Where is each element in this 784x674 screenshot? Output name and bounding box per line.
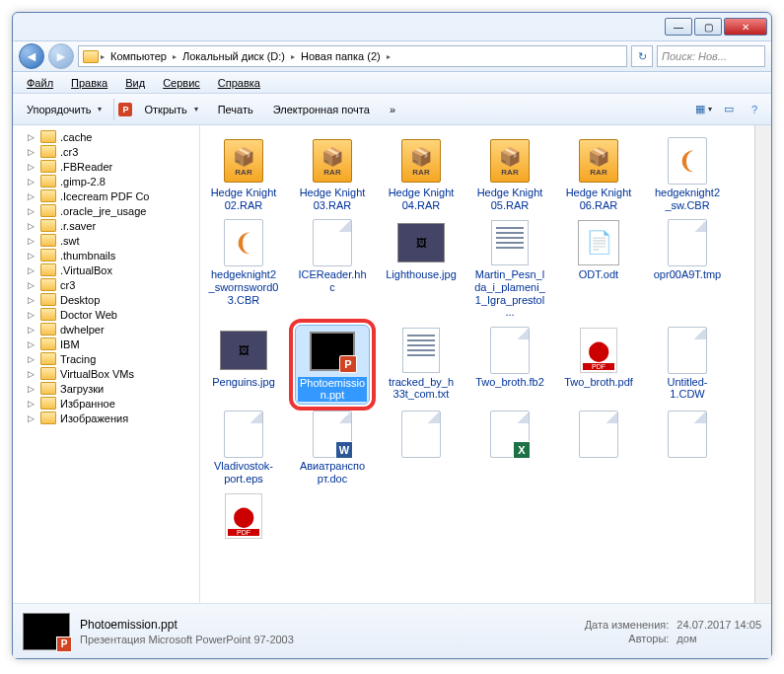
file-item[interactable]: opr00A9T.tmp xyxy=(650,217,725,321)
tree-item[interactable]: ▷.Icecream PDF Co xyxy=(13,188,199,203)
tree-item[interactable]: ▷Desktop xyxy=(13,292,199,307)
details-modified-label: Дата изменения: xyxy=(585,619,670,631)
file-item[interactable]: Hedge Knight 03.RAR xyxy=(295,135,370,213)
tree-item[interactable]: ▷.oracle_jre_usage xyxy=(13,203,199,218)
file-item[interactable]: Hedge Knight 04.RAR xyxy=(384,135,459,213)
more-button[interactable]: » xyxy=(382,101,403,118)
breadcrumb-item[interactable]: Новая папка (2) xyxy=(297,50,385,62)
file-item[interactable]: Martin_Pesn_lda_i_plameni_1_Igra_prestol… xyxy=(472,217,547,321)
maximize-button[interactable]: ▢ xyxy=(694,18,722,36)
file-item[interactable] xyxy=(472,409,547,487)
expand-icon[interactable]: ▷ xyxy=(27,206,36,215)
expand-icon[interactable]: ▷ xyxy=(27,384,36,393)
file-item[interactable]: ❨hedgeknight2_sw.CBR xyxy=(650,135,725,213)
breadcrumb-item[interactable]: Локальный диск (D:) xyxy=(178,50,289,62)
tree-item[interactable]: ▷.swt xyxy=(13,233,199,248)
forward-button[interactable]: ► xyxy=(48,43,74,69)
file-item[interactable] xyxy=(384,409,459,487)
expand-icon[interactable]: ▷ xyxy=(27,132,36,141)
expand-icon[interactable]: ▷ xyxy=(27,310,36,319)
file-item[interactable]: ⬤ xyxy=(206,490,281,544)
menu-tools[interactable]: Сервис xyxy=(155,75,208,91)
file-item[interactable]: 🖼Penguins.jpg xyxy=(206,325,281,405)
file-item[interactable]: ICEReader.hhc xyxy=(295,217,370,321)
file-list[interactable]: Hedge Knight 02.RARHedge Knight 03.RARHe… xyxy=(200,125,754,603)
file-item[interactable]: Hedge Knight 05.RAR xyxy=(472,135,547,213)
menu-help[interactable]: Справка xyxy=(210,75,268,91)
expand-icon[interactable]: ▷ xyxy=(27,354,36,363)
menu-edit[interactable]: Правка xyxy=(63,75,115,91)
folder-tree[interactable]: ▷.cache▷.cr3▷.FBReader▷.gimp-2.8▷.Icecre… xyxy=(13,125,200,603)
expand-icon[interactable]: ▷ xyxy=(27,191,36,200)
tree-item[interactable]: ▷IBM xyxy=(13,337,199,351)
file-item[interactable]: 🖼Lighthouse.jpg xyxy=(384,217,459,321)
menu-view[interactable]: Вид xyxy=(117,75,153,91)
menu-file[interactable]: Файл xyxy=(19,75,61,91)
details-filetype: Презентация Microsoft PowerPoint 97-2003 xyxy=(80,634,294,645)
tree-item[interactable]: ▷dwhelper xyxy=(13,322,199,337)
tree-item[interactable]: ▷Изображения xyxy=(13,411,199,425)
breadcrumb[interactable]: ▸ Компьютер ▸ Локальный диск (D:) ▸ Нова… xyxy=(78,45,627,67)
expand-icon[interactable]: ▷ xyxy=(27,236,36,245)
tree-item[interactable]: ▷.thumbnails xyxy=(13,248,199,262)
file-item[interactable]: 📄ODT.odt xyxy=(561,217,636,321)
file-item[interactable]: ❨hedgeknight2_swornsword03.CBR xyxy=(206,217,281,321)
tree-item-label: dwhelper xyxy=(60,324,105,336)
email-button[interactable]: Электронная почта xyxy=(265,101,378,118)
expand-icon[interactable]: ▷ xyxy=(27,251,36,260)
file-rar-icon xyxy=(486,137,534,185)
file-item[interactable]: Photoemission.ppt xyxy=(295,325,370,405)
tree-item[interactable]: ▷Doctor Web xyxy=(13,307,199,322)
minimize-button[interactable]: — xyxy=(665,18,692,36)
tree-item[interactable]: ▷Избранное xyxy=(13,396,199,411)
file-label: Авиатранспорт.doc xyxy=(297,460,368,485)
expand-icon[interactable]: ▷ xyxy=(27,162,36,171)
expand-icon[interactable]: ▷ xyxy=(27,147,36,156)
scrollbar[interactable] xyxy=(754,125,771,603)
tree-item[interactable]: ▷VirtualBox VMs xyxy=(13,366,199,381)
tree-item[interactable]: ▷Загрузки xyxy=(13,381,199,396)
tree-item[interactable]: ▷.cr3 xyxy=(13,144,199,159)
search-input[interactable]: Поиск: Нов... xyxy=(657,45,765,67)
folder-icon xyxy=(40,263,56,276)
tree-item[interactable]: ▷.cache xyxy=(13,129,199,144)
expand-icon[interactable]: ▷ xyxy=(27,295,36,304)
print-button[interactable]: Печать xyxy=(210,101,261,118)
close-button[interactable]: ✕ xyxy=(724,18,767,36)
expand-icon[interactable]: ▷ xyxy=(27,265,36,274)
back-button[interactable]: ◄ xyxy=(19,43,44,69)
tree-item[interactable]: ▷.gimp-2.8 xyxy=(13,174,199,188)
file-item[interactable]: Hedge Knight 06.RAR xyxy=(561,135,636,213)
expand-icon[interactable]: ▷ xyxy=(27,369,36,378)
file-item[interactable]: ⬤Two_broth.pdf xyxy=(561,325,636,405)
preview-pane-button[interactable]: ▭ xyxy=(718,100,740,119)
expand-icon[interactable]: ▷ xyxy=(27,399,36,408)
expand-icon[interactable]: ▷ xyxy=(27,325,36,334)
tree-item[interactable]: ▷.VirtualBox xyxy=(13,262,199,277)
tree-item[interactable]: ▷Tracing xyxy=(13,351,199,366)
file-label: Two_broth.fb2 xyxy=(475,376,544,389)
view-mode-button[interactable]: ▦ xyxy=(692,100,714,119)
file-item[interactable]: Авиатранспорт.doc xyxy=(295,409,370,487)
expand-icon[interactable]: ▷ xyxy=(27,177,36,186)
organize-button[interactable]: Упорядочить xyxy=(19,101,109,118)
expand-icon[interactable]: ▷ xyxy=(27,339,36,348)
open-button[interactable]: Открыть xyxy=(136,101,205,118)
breadcrumb-item[interactable]: Компьютер xyxy=(107,50,171,62)
file-odt-icon: 📄 xyxy=(575,219,622,266)
tree-item[interactable]: ▷.r.saver xyxy=(13,218,199,233)
expand-icon[interactable]: ▷ xyxy=(27,221,36,230)
refresh-button[interactable]: ↻ xyxy=(631,45,653,67)
file-item[interactable]: Two_broth.fb2 xyxy=(472,325,547,405)
file-item[interactable]: Hedge Knight 02.RAR xyxy=(206,135,281,213)
file-item[interactable]: tracked_by_h33t_com.txt xyxy=(384,325,459,405)
file-item[interactable]: Vladivostok-port.eps xyxy=(206,409,281,487)
expand-icon[interactable]: ▷ xyxy=(27,413,36,422)
expand-icon[interactable]: ▷ xyxy=(27,280,36,289)
tree-item[interactable]: ▷.FBReader xyxy=(13,159,199,174)
help-button[interactable]: ? xyxy=(744,100,765,119)
file-item[interactable] xyxy=(650,409,725,487)
file-item[interactable] xyxy=(561,409,636,487)
file-item[interactable]: Untitled-1.CDW xyxy=(650,325,725,405)
tree-item[interactable]: ▷cr3 xyxy=(13,277,199,292)
